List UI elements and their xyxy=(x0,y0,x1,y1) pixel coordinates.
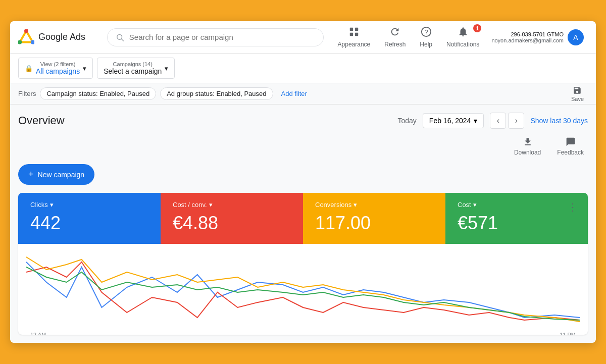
show-last-button[interactable]: Show last 30 days xyxy=(530,117,588,125)
appearance-button[interactable]: Appearance xyxy=(332,23,377,51)
save-label: Save xyxy=(571,96,584,102)
header-actions: Appearance Refresh ? Help No xyxy=(332,23,588,51)
chevron-down-icon-2: ▾ xyxy=(165,65,168,72)
refresh-label: Refresh xyxy=(384,41,406,48)
select-campaign-label: Select a campaign xyxy=(104,67,162,75)
save-icon xyxy=(573,86,582,95)
feedback-label: Feedback xyxy=(557,149,584,156)
cost-conv-dropdown-icon: ▾ xyxy=(209,201,213,209)
svg-text:?: ? xyxy=(424,28,428,36)
search-icon xyxy=(116,33,124,42)
user-info: 296-039-5701 GTMO noyon.admakers@gmail.c… xyxy=(487,29,588,45)
logo-area: Google Ads xyxy=(18,29,99,45)
user-email: noyon.admakers@gmail.com xyxy=(491,37,564,43)
view-label: View (2 filters) xyxy=(36,61,80,67)
metric-cost-conv[interactable]: Cost / conv. ▾ €4.88 xyxy=(161,193,303,244)
stats-card: Clicks ▾ 442 Cost / conv. ▾ €4.88 Conver… xyxy=(18,193,588,335)
campaigns-count-label: Campaigns (14) xyxy=(104,61,162,67)
refresh-button[interactable]: Refresh xyxy=(378,23,412,51)
notifications-wrapper: Notifications 1 xyxy=(440,23,485,51)
cost-label: Cost ▾ xyxy=(458,201,576,209)
conversions-dropdown-icon: ▾ xyxy=(354,201,357,209)
chart-area: 12 AM 11 PM xyxy=(18,244,588,335)
filters-row: Filters Campaign status: Enabled, Paused… xyxy=(10,83,596,105)
svg-line-5 xyxy=(122,39,124,41)
new-campaign-label: New campaign xyxy=(38,171,85,179)
notifications-label: Notifications xyxy=(446,41,479,48)
feedback-icon xyxy=(566,137,576,147)
clicks-value: 442 xyxy=(30,213,148,234)
app-window: Google Ads Appearance Refresh xyxy=(10,21,596,343)
help-icon: ? xyxy=(421,26,432,40)
overview-right: Today Feb 16, 2024 ▾ ‹ › Show last 30 da… xyxy=(398,113,588,129)
ad-group-status-chip[interactable]: Ad group status: Enabled, Paused xyxy=(160,87,273,100)
chart-labels: 12 AM 11 PM xyxy=(26,330,580,335)
google-ads-logo xyxy=(18,29,34,45)
more-options-button[interactable]: ⋮ xyxy=(564,199,582,215)
download-button[interactable]: Download xyxy=(510,135,545,158)
appearance-icon xyxy=(348,26,360,40)
svg-rect-6 xyxy=(350,28,353,31)
all-campaigns-label: All campaigns xyxy=(36,67,80,75)
overview-actions: Download Feedback xyxy=(18,133,588,164)
filter-bar: 🔒 View (2 filters) All campaigns ▾ Campa… xyxy=(10,54,596,83)
clicks-dropdown-icon: ▾ xyxy=(50,201,54,209)
metric-clicks[interactable]: Clicks ▾ 442 xyxy=(18,193,161,244)
cost-dropdown-icon: ▾ xyxy=(473,201,477,209)
filters-label: Filters xyxy=(18,90,36,97)
stats-metrics: Clicks ▾ 442 Cost / conv. ▾ €4.88 Conver… xyxy=(18,193,588,244)
new-campaign-button[interactable]: + New campaign xyxy=(18,164,94,185)
download-icon xyxy=(523,137,533,147)
header: Google Ads Appearance Refresh xyxy=(10,21,596,54)
cost-conv-value: €4.88 xyxy=(173,213,291,234)
calendar-icon: ▾ xyxy=(474,117,477,125)
help-button[interactable]: ? Help xyxy=(414,23,438,51)
save-button[interactable]: Save xyxy=(567,84,588,104)
metric-conversions[interactable]: Conversions ▾ 117.00 xyxy=(303,193,445,244)
cost-conv-label: Cost / conv. ▾ xyxy=(173,201,291,209)
appearance-label: Appearance xyxy=(338,41,371,48)
date-picker[interactable]: Feb 16, 2024 ▾ xyxy=(423,113,484,128)
user-account: 296-039-5701 GTMO xyxy=(491,31,564,37)
view-dropdown[interactable]: 🔒 View (2 filters) All campaigns ▾ xyxy=(18,58,93,79)
svg-rect-7 xyxy=(355,28,358,31)
nav-arrows: ‹ › xyxy=(490,113,524,129)
date-value: Feb 16, 2024 xyxy=(429,117,471,125)
conversions-value: 117.00 xyxy=(315,213,433,234)
performance-chart xyxy=(26,252,580,328)
chart-x-start: 12 AM xyxy=(30,332,46,335)
cost-value: €571 xyxy=(458,213,576,234)
today-label: Today xyxy=(398,117,417,125)
next-arrow[interactable]: › xyxy=(508,113,524,129)
search-input[interactable] xyxy=(129,33,315,41)
avatar[interactable]: A xyxy=(568,29,584,45)
main-content: Overview Today Feb 16, 2024 ▾ ‹ › Show l… xyxy=(10,105,596,343)
lock-icon: 🔒 xyxy=(25,65,33,72)
overview-header: Overview Today Feb 16, 2024 ▾ ‹ › Show l… xyxy=(18,105,588,133)
notifications-icon xyxy=(458,26,469,40)
campaign-status-chip[interactable]: Campaign status: Enabled, Paused xyxy=(40,87,156,100)
svg-rect-9 xyxy=(355,33,358,36)
chart-x-end: 11 PM xyxy=(560,332,576,335)
refresh-icon xyxy=(389,26,400,40)
feedback-button[interactable]: Feedback xyxy=(553,135,588,158)
search-box[interactable] xyxy=(107,28,324,46)
svg-rect-8 xyxy=(350,33,353,36)
plus-icon: + xyxy=(28,169,34,180)
logo-text: Google Ads xyxy=(38,32,85,42)
download-label: Download xyxy=(514,149,541,156)
conversions-label: Conversions ▾ xyxy=(315,201,433,209)
help-label: Help xyxy=(420,41,432,48)
prev-arrow[interactable]: ‹ xyxy=(490,113,506,129)
add-filter-button[interactable]: Add filter xyxy=(277,88,311,99)
campaigns-dropdown[interactable]: Campaigns (14) Select a campaign ▾ xyxy=(97,58,175,79)
overview-title: Overview xyxy=(18,114,65,127)
clicks-label: Clicks ▾ xyxy=(30,201,148,209)
chevron-down-icon: ▾ xyxy=(83,65,86,72)
